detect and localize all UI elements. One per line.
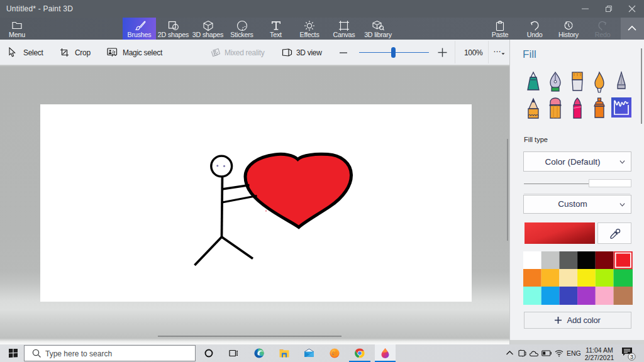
svg-text:3: 3 [630, 354, 633, 360]
